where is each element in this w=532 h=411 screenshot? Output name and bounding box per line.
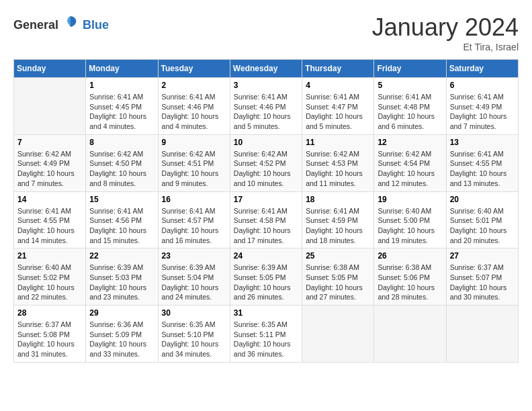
logo: General Blue bbox=[13, 13, 109, 36]
day-info: Sunrise: 6:40 AMSunset: 5:02 PMDaylight:… bbox=[17, 263, 82, 302]
day-info: Sunrise: 6:41 AMSunset: 4:48 PMDaylight:… bbox=[378, 92, 442, 132]
day-number: 31 bbox=[234, 308, 298, 318]
day-info: Sunrise: 6:41 AMSunset: 4:45 PMDaylight:… bbox=[89, 92, 154, 132]
calendar-cell: 7Sunrise: 6:42 AMSunset: 4:49 PMDaylight… bbox=[14, 134, 86, 191]
day-number: 1 bbox=[89, 81, 154, 90]
day-number: 23 bbox=[162, 251, 226, 261]
calendar-cell: 26Sunrise: 6:38 AMSunset: 5:06 PMDayligh… bbox=[374, 248, 446, 306]
calendar-cell bbox=[446, 306, 518, 363]
calendar-cell: 12Sunrise: 6:42 AMSunset: 4:54 PMDayligh… bbox=[374, 134, 446, 191]
calendar-cell: 31Sunrise: 6:35 AMSunset: 5:11 PMDayligh… bbox=[230, 306, 302, 363]
day-info: Sunrise: 6:35 AMSunset: 5:10 PMDaylight:… bbox=[162, 320, 226, 359]
calendar-cell: 18Sunrise: 6:41 AMSunset: 4:59 PMDayligh… bbox=[302, 191, 374, 248]
day-number: 28 bbox=[17, 308, 82, 318]
day-number: 8 bbox=[89, 138, 154, 147]
calendar-cell: 1Sunrise: 6:41 AMSunset: 4:45 PMDaylight… bbox=[86, 78, 158, 135]
page-header: General Blue January 2024 Et Tira, Israe… bbox=[13, 13, 519, 52]
day-info: Sunrise: 6:42 AMSunset: 4:53 PMDaylight:… bbox=[306, 149, 370, 189]
column-header-thursday: Thursday bbox=[302, 60, 374, 78]
location: Et Tira, Israel bbox=[372, 42, 519, 52]
day-number: 26 bbox=[378, 251, 442, 261]
day-number: 19 bbox=[378, 195, 442, 204]
day-info: Sunrise: 6:41 AMSunset: 4:59 PMDaylight:… bbox=[306, 206, 370, 246]
calendar-cell: 15Sunrise: 6:41 AMSunset: 4:56 PMDayligh… bbox=[86, 191, 158, 248]
day-info: Sunrise: 6:41 AMSunset: 4:55 PMDaylight:… bbox=[17, 206, 82, 246]
day-info: Sunrise: 6:41 AMSunset: 4:49 PMDaylight:… bbox=[450, 92, 515, 132]
day-info: Sunrise: 6:36 AMSunset: 5:09 PMDaylight:… bbox=[89, 320, 154, 359]
column-header-saturday: Saturday bbox=[446, 60, 518, 78]
calendar-cell: 20Sunrise: 6:40 AMSunset: 5:01 PMDayligh… bbox=[446, 191, 518, 248]
column-header-monday: Monday bbox=[86, 60, 158, 78]
column-header-tuesday: Tuesday bbox=[158, 60, 230, 78]
calendar-cell: 9Sunrise: 6:42 AMSunset: 4:51 PMDaylight… bbox=[158, 134, 230, 191]
day-info: Sunrise: 6:39 AMSunset: 5:05 PMDaylight:… bbox=[234, 263, 298, 302]
calendar-cell: 13Sunrise: 6:41 AMSunset: 4:55 PMDayligh… bbox=[446, 134, 518, 191]
calendar-cell: 22Sunrise: 6:39 AMSunset: 5:03 PMDayligh… bbox=[86, 248, 158, 306]
day-number: 5 bbox=[378, 81, 442, 90]
calendar-cell: 5Sunrise: 6:41 AMSunset: 4:48 PMDaylight… bbox=[374, 78, 446, 135]
calendar-cell: 8Sunrise: 6:42 AMSunset: 4:50 PMDaylight… bbox=[86, 134, 158, 191]
calendar-cell: 30Sunrise: 6:35 AMSunset: 5:10 PMDayligh… bbox=[158, 306, 230, 363]
day-number: 13 bbox=[450, 138, 515, 147]
calendar-cell: 25Sunrise: 6:38 AMSunset: 5:05 PMDayligh… bbox=[302, 248, 374, 306]
title-block: January 2024 Et Tira, Israel bbox=[372, 13, 519, 52]
calendar-week-5: 28Sunrise: 6:37 AMSunset: 5:08 PMDayligh… bbox=[14, 306, 519, 363]
logo-general: General bbox=[13, 18, 58, 32]
day-info: Sunrise: 6:40 AMSunset: 5:01 PMDaylight:… bbox=[450, 206, 515, 246]
day-info: Sunrise: 6:41 AMSunset: 4:46 PMDaylight:… bbox=[162, 92, 226, 132]
calendar-cell: 3Sunrise: 6:41 AMSunset: 4:46 PMDaylight… bbox=[230, 78, 302, 135]
logo-bird-icon bbox=[61, 13, 80, 36]
calendar-cell: 10Sunrise: 6:42 AMSunset: 4:52 PMDayligh… bbox=[230, 134, 302, 191]
day-number: 30 bbox=[162, 308, 226, 318]
column-header-friday: Friday bbox=[374, 60, 446, 78]
day-number: 17 bbox=[234, 195, 298, 204]
calendar-cell: 27Sunrise: 6:37 AMSunset: 5:07 PMDayligh… bbox=[446, 248, 518, 306]
calendar-cell: 24Sunrise: 6:39 AMSunset: 5:05 PMDayligh… bbox=[230, 248, 302, 306]
calendar-week-2: 7Sunrise: 6:42 AMSunset: 4:49 PMDaylight… bbox=[14, 134, 519, 191]
day-number: 11 bbox=[306, 138, 370, 147]
day-info: Sunrise: 6:41 AMSunset: 4:55 PMDaylight:… bbox=[450, 149, 515, 189]
calendar-week-1: 1Sunrise: 6:41 AMSunset: 4:45 PMDaylight… bbox=[14, 78, 519, 135]
day-number: 20 bbox=[450, 195, 515, 204]
month-title: January 2024 bbox=[372, 13, 519, 42]
day-number: 12 bbox=[378, 138, 442, 147]
calendar-table: SundayMondayTuesdayWednesdayThursdayFrid… bbox=[13, 59, 519, 363]
calendar-cell: 21Sunrise: 6:40 AMSunset: 5:02 PMDayligh… bbox=[14, 248, 86, 306]
day-info: Sunrise: 6:37 AMSunset: 5:07 PMDaylight:… bbox=[450, 263, 515, 302]
calendar-cell: 23Sunrise: 6:39 AMSunset: 5:04 PMDayligh… bbox=[158, 248, 230, 306]
calendar-cell: 6Sunrise: 6:41 AMSunset: 4:49 PMDaylight… bbox=[446, 78, 518, 135]
day-info: Sunrise: 6:41 AMSunset: 4:57 PMDaylight:… bbox=[162, 206, 226, 246]
day-info: Sunrise: 6:41 AMSunset: 4:58 PMDaylight:… bbox=[234, 206, 298, 246]
calendar-cell: 14Sunrise: 6:41 AMSunset: 4:55 PMDayligh… bbox=[14, 191, 86, 248]
column-header-sunday: Sunday bbox=[14, 60, 86, 78]
day-info: Sunrise: 6:37 AMSunset: 5:08 PMDaylight:… bbox=[17, 320, 82, 359]
day-info: Sunrise: 6:35 AMSunset: 5:11 PMDaylight:… bbox=[234, 320, 298, 359]
calendar-cell bbox=[374, 306, 446, 363]
calendar-body: 1Sunrise: 6:41 AMSunset: 4:45 PMDaylight… bbox=[14, 78, 519, 363]
day-info: Sunrise: 6:38 AMSunset: 5:06 PMDaylight:… bbox=[378, 263, 442, 302]
day-info: Sunrise: 6:42 AMSunset: 4:52 PMDaylight:… bbox=[234, 149, 298, 189]
day-info: Sunrise: 6:39 AMSunset: 5:04 PMDaylight:… bbox=[162, 263, 226, 302]
day-number: 15 bbox=[89, 195, 154, 204]
calendar-cell bbox=[14, 78, 86, 135]
calendar-week-4: 21Sunrise: 6:40 AMSunset: 5:02 PMDayligh… bbox=[14, 248, 519, 306]
day-info: Sunrise: 6:42 AMSunset: 4:49 PMDaylight:… bbox=[17, 149, 82, 189]
day-number: 29 bbox=[89, 308, 154, 318]
day-number: 14 bbox=[17, 195, 82, 204]
day-info: Sunrise: 6:42 AMSunset: 4:50 PMDaylight:… bbox=[89, 149, 154, 189]
calendar-cell: 28Sunrise: 6:37 AMSunset: 5:08 PMDayligh… bbox=[14, 306, 86, 363]
day-number: 22 bbox=[89, 251, 154, 261]
day-number: 2 bbox=[162, 81, 226, 90]
day-number: 18 bbox=[306, 195, 370, 204]
day-number: 7 bbox=[17, 138, 82, 147]
calendar-cell bbox=[302, 306, 374, 363]
day-number: 3 bbox=[234, 81, 298, 90]
day-info: Sunrise: 6:41 AMSunset: 4:46 PMDaylight:… bbox=[234, 92, 298, 132]
calendar-cell: 16Sunrise: 6:41 AMSunset: 4:57 PMDayligh… bbox=[158, 191, 230, 248]
day-info: Sunrise: 6:42 AMSunset: 4:54 PMDaylight:… bbox=[378, 149, 442, 189]
calendar-cell: 11Sunrise: 6:42 AMSunset: 4:53 PMDayligh… bbox=[302, 134, 374, 191]
day-info: Sunrise: 6:39 AMSunset: 5:03 PMDaylight:… bbox=[89, 263, 154, 302]
calendar-cell: 4Sunrise: 6:41 AMSunset: 4:47 PMDaylight… bbox=[302, 78, 374, 135]
day-number: 27 bbox=[450, 251, 515, 261]
day-info: Sunrise: 6:38 AMSunset: 5:05 PMDaylight:… bbox=[306, 263, 370, 302]
